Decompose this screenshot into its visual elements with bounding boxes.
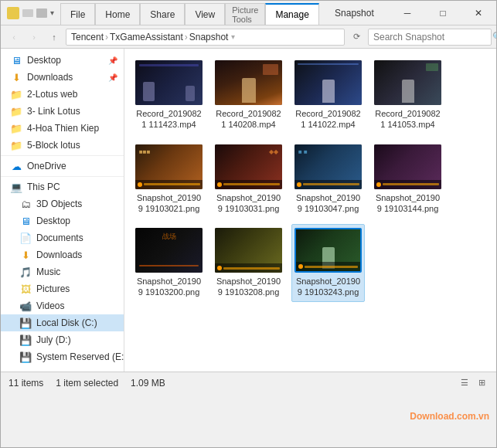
tab-home[interactable]: Home — [95, 3, 140, 25]
file-name-5: Snapshot_201909 19103031.png — [216, 192, 281, 215]
address-path[interactable]: Tencent › TxGameAssistant › Snapshot ▾ — [66, 29, 345, 46]
path-sep-1: › — [105, 32, 108, 42]
file-item-1[interactable]: Record_20190821 140208.mp4 — [212, 56, 285, 134]
file-grid: Record_20190821 111423.mp4 Record_201908… — [124, 49, 496, 372]
file-item-8[interactable]: 战场 Snapshot_201909 19103200.png — [132, 224, 206, 302]
sidebar-item-link-lotus[interactable]: 📁 3- Link Lotus — [1, 103, 124, 120]
sidebar-item-3d-objects[interactable]: 🗂 3D Objects — [1, 195, 124, 212]
path-snapshot: Snapshot — [189, 32, 229, 42]
title-bar-left: ▾ — [1, 1, 60, 25]
file-item-9[interactable]: Snapshot_201909 19103208.png — [212, 224, 285, 302]
sidebar-item-this-pc[interactable]: 💻 This PC — [1, 178, 124, 195]
file-name-10: Snapshot_201909 19103243.png — [295, 276, 361, 298]
pc-icon: 💻 — [10, 181, 22, 193]
file-item-5[interactable]: ◆◆ Snapshot_201909 19103031.png — [212, 141, 285, 219]
thumbnail-10 — [294, 228, 362, 273]
3d-icon: 🗂 — [19, 198, 32, 210]
sidebar-item-documents[interactable]: 📄 Documents — [1, 229, 124, 246]
thumb-ui-inner-5 — [223, 183, 280, 185]
sidebar-item-onedrive[interactable]: ☁ OneDrive — [1, 158, 124, 175]
file-item-4[interactable]: ■■■ Snapshot_201909 19103021.png — [132, 141, 206, 219]
up-button[interactable]: ↑ — [46, 29, 63, 46]
file-name-8: Snapshot_201909 19103200.png — [136, 276, 202, 298]
path-dropdown[interactable]: ▾ — [231, 32, 235, 41]
file-item-2[interactable]: Record_20190821 141022.mp4 — [291, 56, 365, 134]
thumb-ui-inner-7 — [383, 183, 439, 185]
refresh-button[interactable]: ⟳ — [348, 29, 365, 46]
sidebar-item-local-c[interactable]: 💾 Local Disk (C:) — [1, 314, 124, 331]
thumb-ui-inner-9 — [223, 267, 280, 270]
sidebar-item-july-d[interactable]: 💾 July (D:) — [1, 331, 124, 348]
thumbnail-1 — [215, 60, 282, 105]
item-count: 11 items — [9, 378, 43, 389]
sidebar-divider-1 — [1, 155, 124, 156]
sidebar-item-videos[interactable]: 📹 Videos — [1, 297, 124, 314]
thumb-ui-bar-5 — [215, 180, 282, 189]
desktop-icon: 🖥 — [10, 54, 22, 66]
thumb-ui-dot-4 — [138, 182, 142, 187]
onedrive-icon: ☁ — [10, 160, 22, 172]
thumbnail-0 — [135, 60, 203, 105]
sidebar-item-lotus-web[interactable]: 📁 2-Lotus web — [1, 86, 124, 103]
sidebar-item-pictures[interactable]: 🖼 Pictures — [1, 280, 124, 297]
status-bar: 11 items 1 item selected 1.09 MB ☰ ⊞ — [1, 372, 496, 393]
folder-icon-1: 📁 — [10, 88, 22, 100]
app-icon — [7, 7, 19, 19]
file-item-0[interactable]: Record_20190821 111423.mp4 — [132, 56, 206, 134]
file-name-3: Record_20190821 141053.mp4 — [375, 108, 441, 131]
minimize-button[interactable]: ─ — [390, 1, 425, 25]
download-icon-2: ⬇ — [19, 249, 32, 261]
maximize-button[interactable]: □ — [425, 1, 461, 25]
sidebar-item-block-lotus[interactable]: 📁 5-Block lotus — [1, 137, 124, 154]
sidebar-item-desktop-1[interactable]: 🖥 Desktop 📌 — [1, 52, 124, 69]
file-name-2: Record_20190821 141022.mp4 — [295, 108, 361, 131]
sidebar-item-hoa-thien[interactable]: 📁 4-Hoa Thien Kiep — [1, 120, 124, 137]
sidebar-item-downloads-1[interactable]: ⬇ Downloads 📌 — [1, 69, 124, 86]
title-bar: ▾ File Home Share View Picture Tools Man… — [1, 1, 496, 25]
sidebar: 🖥 Desktop 📌 ⬇ Downloads 📌 📁 2-Lotus web … — [1, 49, 124, 372]
window-controls: ─ □ ✕ — [390, 1, 496, 25]
sidebar-item-system-e[interactable]: 💾 System Reserved (E:) — [1, 348, 124, 365]
folder-icon-3: 📁 — [10, 122, 22, 134]
thumbnail-view-button[interactable]: ⊞ — [475, 376, 488, 390]
path-tencent: Tencent — [71, 32, 104, 42]
window-title: Snapshot — [319, 1, 390, 25]
file-item-6[interactable]: ■ ■ Snapshot_201909 19103047.png — [291, 141, 365, 219]
path-sep-2: › — [185, 32, 188, 42]
sidebar-item-music[interactable]: 🎵 Music — [1, 263, 124, 280]
sidebar-item-downloads-2[interactable]: ⬇ Downloads — [1, 246, 124, 263]
close-button[interactable]: ✕ — [461, 1, 496, 25]
tab-file[interactable]: File — [60, 3, 95, 25]
thumb-ui-dot-5 — [217, 182, 222, 187]
thumbnail-4: ■■■ — [135, 144, 203, 189]
thumb-ui-dot-7 — [376, 182, 381, 187]
thumb-ui-bar-7 — [374, 180, 441, 189]
tab-view[interactable]: View — [185, 3, 225, 25]
pin-icon-2: 📌 — [108, 73, 117, 82]
thumbnail-7 — [374, 144, 441, 189]
file-item-3[interactable]: Record_20190821 141053.mp4 — [371, 56, 444, 134]
thumb-ui-bar-10 — [296, 262, 360, 271]
sidebar-item-desktop-2[interactable]: 🖥 Desktop — [1, 212, 124, 229]
search-input[interactable] — [373, 32, 489, 42]
back-button[interactable]: ‹ — [5, 29, 22, 46]
file-item-7[interactable]: Snapshot_201909 19103144.png — [371, 141, 444, 219]
quick-access-btn[interactable] — [36, 8, 47, 18]
thumb-ui-dot-6 — [297, 182, 301, 187]
thumb-ui-bar-6 — [294, 180, 362, 189]
forward-button[interactable]: › — [26, 29, 43, 46]
selected-count: 1 item selected — [56, 378, 118, 389]
thumb-ui-dot-10 — [298, 264, 303, 269]
thumbnail-6: ■ ■ — [294, 144, 362, 189]
details-view-button[interactable]: ☰ — [458, 376, 471, 390]
tab-manage[interactable]: Manage — [265, 3, 318, 25]
thumb-ui-inner-6 — [303, 183, 359, 185]
search-box[interactable]: 🔍 — [368, 29, 492, 46]
dropdown-arrow[interactable]: ▾ — [50, 8, 54, 17]
file-name-1: Record_20190821 140208.mp4 — [216, 108, 281, 131]
tab-share[interactable]: Share — [140, 3, 185, 25]
drive-icon-e: 💾 — [19, 351, 32, 363]
watermark-domain: .com.vn — [454, 411, 489, 422]
file-name-6: Snapshot_201909 19103047.png — [295, 192, 361, 215]
file-item-10[interactable]: Snapshot_201909 19103243.png — [291, 224, 365, 302]
